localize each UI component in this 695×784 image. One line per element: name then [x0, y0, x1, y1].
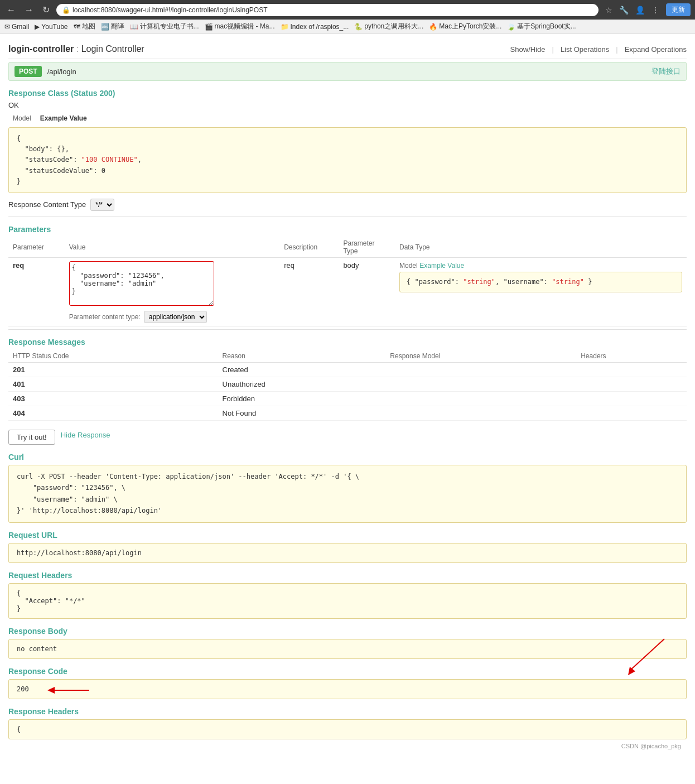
parameters-table: Parameter Value Description Parameter Ty… — [8, 237, 687, 327]
forward-button[interactable]: → — [22, 4, 36, 16]
controller-header: login-controller : Login Controller Show… — [8, 40, 687, 59]
response-content-type-select[interactable]: */* — [90, 199, 114, 211]
controller-title: login-controller : Login Controller — [8, 44, 144, 54]
profile-icon[interactable]: 👤 — [633, 4, 647, 16]
pytorch-icon: 🔥 — [429, 23, 437, 31]
headers-cell — [576, 362, 687, 377]
resp-col-status: HTTP Status Code — [8, 350, 218, 363]
model-tabs: Model Example Value — [8, 113, 687, 125]
endpoint-row: POST /api/login 登陆接口 — [8, 62, 687, 81]
maps-icon: 🗺 — [74, 23, 80, 31]
translate-icon: 🔤 — [101, 23, 109, 31]
response-table-row: 201 Created — [8, 362, 687, 377]
param-row: req { "password": "123456", "username": … — [8, 257, 687, 326]
request-url-heading: Request URL — [8, 531, 687, 540]
bookmark-ebook[interactable]: 📖 计算机专业电子书... — [130, 22, 199, 31]
resp-col-headers: Headers — [576, 350, 687, 363]
reason-cell: Created — [218, 362, 386, 377]
status-code-cell: 401 — [13, 380, 25, 388]
col-datatype: Data Type — [395, 237, 687, 258]
param-content-type-select[interactable]: application/json — [144, 311, 207, 323]
curl-heading: Curl — [8, 453, 687, 461]
col-type: Parameter Type — [339, 237, 395, 258]
svg-line-0 — [631, 639, 664, 670]
controller-name: login-controller — [8, 44, 74, 54]
response-content-type: Response Content Type */* — [8, 199, 687, 211]
divider-2 — [8, 329, 687, 330]
bookmark-springboot[interactable]: 🍃 基于SpringBoot实... — [507, 22, 576, 31]
response-headers-heading: Response Headers — [8, 707, 687, 716]
status-code-cell: 403 — [13, 395, 25, 403]
bookmark-youtube[interactable]: ▶ YouTube — [35, 23, 67, 31]
browser-actions: ☆ 🔧 👤 ⋮ — [603, 4, 662, 16]
reason-cell: Forbidden — [218, 391, 386, 406]
back-button[interactable]: ← — [4, 4, 18, 16]
reason-cell: Not Found — [218, 406, 386, 420]
endpoint-label-link[interactable]: 登陆接口 — [651, 66, 680, 76]
menu-icon[interactable]: ⋮ — [649, 4, 662, 16]
bookmark-translate[interactable]: 🔤 翻译 — [101, 22, 124, 31]
hide-response-link[interactable]: Hide Response — [61, 431, 110, 439]
param-desc: req — [284, 261, 295, 270]
bookmarks-bar: ✉ Gmail ▶ YouTube 🗺 地图 🔤 翻译 📖 计算机专业电子书..… — [0, 20, 695, 34]
model-cell — [385, 391, 576, 406]
param-value-textarea[interactable]: { "password": "123456", "username": "adm… — [69, 261, 214, 306]
reason-cell: Unauthorized — [218, 377, 386, 391]
response-body-heading: Response Body — [8, 627, 687, 636]
lock-icon: 🔒 — [62, 6, 70, 14]
divider-1 — [8, 217, 687, 217]
response-body-block: no content — [8, 639, 687, 659]
response-body-container: no content — [8, 639, 687, 659]
request-url-block: http://localhost:8080/api/login — [8, 543, 687, 563]
resp-col-model: Response Model — [385, 350, 576, 363]
bookmark-python[interactable]: 🐍 python之调用科大... — [354, 22, 423, 31]
bookmark-maps[interactable]: 🗺 地图 — [74, 22, 95, 31]
swagger-container: login-controller : Login Controller Show… — [0, 34, 695, 758]
response-class-heading: Response Class (Status 200) — [8, 89, 687, 98]
response-headers-block: { — [8, 719, 687, 739]
bookmark-pytorch[interactable]: 🔥 Mac上PyTorch安装... — [429, 22, 501, 31]
model-tab[interactable]: Model — [8, 113, 36, 125]
response-table-row: 404 Not Found — [8, 406, 687, 420]
response-table: HTTP Status Code Reason Response Model H… — [8, 350, 687, 421]
curl-block: curl -X POST --header 'Content-Type: app… — [8, 465, 687, 523]
update-button[interactable]: 更新 — [666, 3, 691, 16]
extension-icon[interactable]: 🔧 — [617, 4, 631, 16]
action-row: Try it out! Hide Response — [8, 425, 687, 445]
show-hide-link[interactable]: Show/Hide — [510, 45, 546, 54]
param-name: req — [13, 261, 24, 270]
data-type-example-link[interactable]: Example Value — [419, 262, 464, 270]
response-messages-heading: Response Messages — [8, 338, 687, 347]
bookmark-index[interactable]: 📁 Index of /raspios_... — [281, 23, 349, 31]
example-value-tab[interactable]: Example Value — [36, 113, 91, 125]
resp-col-reason: Reason — [218, 350, 386, 363]
controller-full-name: Login Controller — [81, 44, 144, 54]
response-code-arrow — [42, 682, 92, 699]
list-operations-link[interactable]: List Operations — [561, 45, 609, 54]
refresh-button[interactable]: ↻ — [40, 3, 52, 16]
bookmark-video[interactable]: 🎬 mac视频编辑 - Ma... — [205, 22, 275, 31]
method-badge: POST — [15, 66, 42, 77]
endpoint-path: /api/login — [47, 68, 76, 76]
book-icon: 📖 — [130, 23, 138, 31]
folder-icon: 📁 — [281, 23, 289, 31]
svg-marker-1 — [628, 667, 635, 675]
col-desc: Description — [279, 237, 339, 258]
col-value: Value — [65, 237, 280, 258]
try-it-out-button[interactable]: Try it out! — [8, 430, 55, 445]
data-type-model-label: Model — [399, 262, 418, 270]
param-content-type-label: Parameter content type: — [69, 313, 141, 321]
model-cell — [385, 377, 576, 391]
response-table-row: 403 Forbidden — [8, 391, 687, 406]
response-code-block: 200 — [8, 679, 687, 699]
parameters-heading: Parameters — [8, 225, 687, 234]
bookmark-star-icon[interactable]: ☆ — [603, 4, 615, 16]
status-code-cell: 201 — [13, 365, 25, 374]
svg-marker-3 — [47, 687, 55, 694]
bookmark-gmail[interactable]: ✉ Gmail — [4, 23, 29, 31]
request-headers-block: { "Accept": "*/*" } — [8, 583, 687, 619]
expand-operations-link[interactable]: Expand Operations — [625, 45, 687, 54]
address-bar[interactable]: 🔒 localhost:8080/swagger-ui.html#!/login… — [56, 4, 599, 16]
headers-cell — [576, 406, 687, 420]
data-type-example-block: { "password": "string", "username": "str… — [399, 272, 682, 292]
